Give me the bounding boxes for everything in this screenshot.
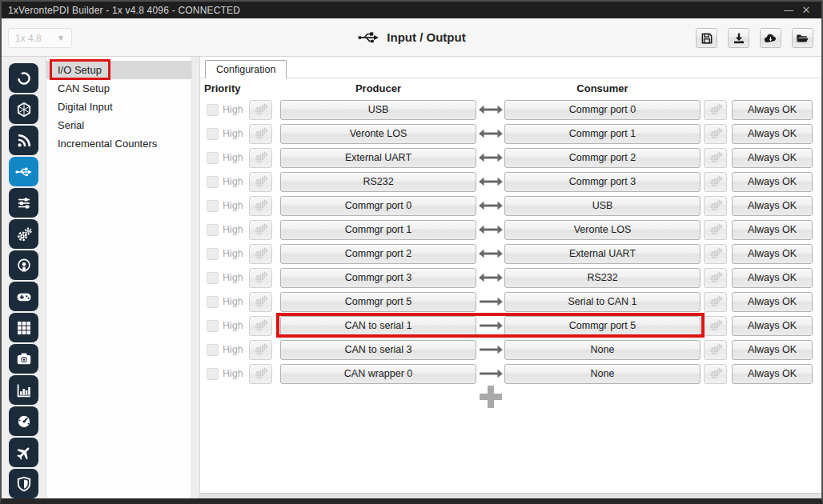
producer-button[interactable]: RS232: [280, 172, 476, 192]
consumer-settings-button[interactable]: [704, 220, 727, 240]
consumer-button[interactable]: Commgr port 5: [504, 316, 701, 336]
sidebar-item-automations[interactable]: [9, 219, 38, 249]
menu-scrollbar[interactable]: [192, 57, 200, 498]
consumer-button[interactable]: RS232: [504, 268, 701, 288]
open-folder-button[interactable]: [792, 28, 813, 48]
consumer-settings-button[interactable]: [704, 316, 727, 336]
producer-button[interactable]: Commgr port 0: [280, 196, 476, 216]
validation-button[interactable]: Always OK: [732, 364, 813, 384]
validation-button[interactable]: Always OK: [732, 172, 813, 192]
producer-button[interactable]: Veronte LOS: [280, 124, 476, 144]
consumer-button[interactable]: Commgr port 2: [504, 148, 701, 168]
sidebar-item-telemetry-chart[interactable]: [9, 375, 38, 405]
producer-settings-button[interactable]: [249, 220, 272, 240]
consumer-button[interactable]: USB: [504, 196, 701, 216]
menu-item-can-setup[interactable]: CAN Setup: [46, 79, 191, 98]
consumer-button[interactable]: Serial to CAN 1: [504, 292, 701, 312]
producer-settings-button[interactable]: [249, 268, 272, 288]
download-button[interactable]: [728, 28, 749, 48]
version-dropdown[interactable]: 1x 4.8 ▼: [8, 28, 72, 48]
producer-button[interactable]: Commgr port 3: [280, 268, 476, 288]
save-button[interactable]: [696, 28, 717, 48]
producer-settings-button[interactable]: [249, 244, 272, 264]
consumer-button[interactable]: Commgr port 3: [504, 172, 701, 192]
sidebar-item-stick[interactable]: [9, 282, 38, 311]
validation-button[interactable]: Always OK: [732, 268, 813, 288]
validation-button[interactable]: Always OK: [732, 148, 813, 168]
sidebar-item-telemetry[interactable]: [9, 126, 38, 155]
validation-button[interactable]: Always OK: [732, 124, 813, 144]
consumer-button[interactable]: Commgr port 0: [504, 100, 701, 120]
validation-button[interactable]: Always OK: [732, 244, 813, 264]
high-priority-checkbox[interactable]: [207, 200, 219, 212]
high-priority-checkbox[interactable]: [207, 272, 219, 284]
minimize-button[interactable]: —: [780, 5, 797, 16]
validation-button[interactable]: Always OK: [732, 292, 813, 312]
validation-button[interactable]: Always OK: [732, 220, 813, 240]
producer-settings-button[interactable]: [249, 196, 272, 216]
high-priority-checkbox[interactable]: [207, 176, 219, 188]
producer-settings-button[interactable]: [249, 316, 272, 336]
consumer-settings-button[interactable]: [704, 364, 727, 384]
validation-button[interactable]: Always OK: [732, 100, 813, 120]
producer-settings-button[interactable]: [249, 100, 272, 120]
tab-configuration[interactable]: Configuration: [205, 60, 287, 78]
consumer-settings-button[interactable]: [704, 172, 727, 192]
add-route-button[interactable]: [480, 386, 502, 408]
high-priority-checkbox[interactable]: [207, 224, 219, 236]
high-priority-checkbox[interactable]: [207, 104, 219, 116]
consumer-settings-button[interactable]: [704, 148, 727, 168]
validation-button[interactable]: Always OK: [732, 340, 813, 360]
consumer-settings-button[interactable]: [704, 196, 727, 216]
high-priority-checkbox[interactable]: [207, 368, 219, 380]
menu-item-incremental-counters[interactable]: Incremental Counters: [46, 134, 191, 153]
horizontal-scrollbar[interactable]: [200, 493, 821, 498]
producer-button[interactable]: Commgr port 1: [280, 220, 476, 240]
validation-button[interactable]: Always OK: [732, 316, 813, 336]
consumer-settings-button[interactable]: [704, 340, 727, 360]
high-priority-checkbox[interactable]: [207, 296, 219, 308]
producer-settings-button[interactable]: [249, 124, 272, 144]
producer-button[interactable]: CAN to serial 1: [280, 316, 476, 336]
sidebar-item-flight[interactable]: [9, 438, 38, 467]
producer-button[interactable]: CAN to serial 3: [280, 340, 476, 360]
producer-button[interactable]: USB: [280, 100, 476, 120]
producer-settings-button[interactable]: [249, 364, 272, 384]
sidebar-item-hud[interactable]: [9, 406, 38, 436]
consumer-settings-button[interactable]: [704, 124, 727, 144]
sidebar-item-variables[interactable]: [9, 188, 38, 218]
close-button[interactable]: ✕: [797, 4, 815, 16]
producer-button[interactable]: External UART: [280, 148, 476, 168]
high-priority-checkbox[interactable]: [207, 344, 219, 356]
sidebar-item-input-output[interactable]: [9, 157, 38, 186]
producer-settings-button[interactable]: [249, 148, 272, 168]
menu-item-io-setup[interactable]: I/O Setup: [46, 61, 191, 79]
producer-button[interactable]: Commgr port 2: [280, 244, 476, 264]
sidebar-item-platform[interactable]: [9, 94, 38, 124]
producer-button[interactable]: CAN wrapper 0: [280, 364, 476, 384]
producer-settings-button[interactable]: [249, 340, 272, 360]
consumer-button[interactable]: None: [504, 340, 701, 360]
consumer-button[interactable]: External UART: [504, 244, 701, 264]
sidebar-item-power[interactable]: [9, 63, 38, 93]
consumer-button[interactable]: Veronte LOS: [504, 220, 701, 240]
consumer-button[interactable]: None: [504, 364, 701, 384]
menu-item-digital-input[interactable]: Digital Input: [46, 98, 191, 116]
menu-item-serial[interactable]: Serial: [46, 116, 191, 134]
consumer-settings-button[interactable]: [704, 292, 727, 312]
consumer-button[interactable]: Commgr port 1: [504, 124, 701, 144]
high-priority-checkbox[interactable]: [207, 320, 219, 332]
producer-settings-button[interactable]: [249, 172, 272, 192]
consumer-settings-button[interactable]: [704, 268, 727, 288]
sidebar-item-matrix[interactable]: [9, 313, 38, 342]
sidebar-item-sensors[interactable]: [9, 250, 38, 280]
cloud-download-button[interactable]: [760, 28, 781, 48]
consumer-settings-button[interactable]: [704, 100, 727, 120]
sidebar-item-safety[interactable]: [9, 469, 38, 498]
producer-button[interactable]: Commgr port 5: [280, 292, 476, 312]
high-priority-checkbox[interactable]: [207, 128, 219, 140]
producer-settings-button[interactable]: [249, 292, 272, 312]
high-priority-checkbox[interactable]: [207, 248, 219, 260]
sidebar-item-camera[interactable]: [9, 344, 38, 374]
high-priority-checkbox[interactable]: [207, 152, 219, 164]
